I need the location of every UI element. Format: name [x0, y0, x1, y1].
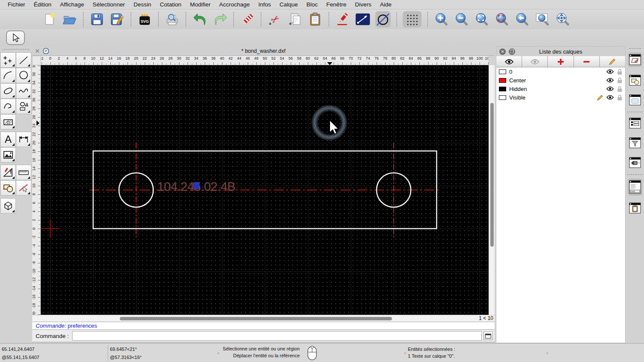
cut-button[interactable]: ✂+	[267, 11, 283, 27]
dimension-tool-button[interactable]	[16, 132, 31, 147]
layer-lock-icon[interactable]	[617, 94, 623, 101]
text-tool-button[interactable]: A	[0, 132, 16, 147]
layer-lock-icon[interactable]	[617, 77, 623, 84]
menu-item-edition[interactable]: Édition	[30, 1, 56, 8]
circle-tool-button[interactable]	[375, 11, 391, 27]
print-preview-button[interactable]	[164, 11, 180, 27]
layer-row-visible[interactable]: Visible	[496, 93, 625, 102]
zoom-auto-button[interactable]	[474, 11, 489, 27]
menu-item-divers[interactable]: Divers	[351, 1, 376, 8]
arc-tool-button[interactable]	[0, 68, 16, 83]
layer-visible-icon[interactable]	[606, 78, 614, 83]
grid-toggle-button[interactable]	[403, 11, 422, 27]
dock-library-browser-button[interactable]	[628, 93, 642, 107]
layer-panel-float-icon[interactable]: ❐	[509, 48, 515, 55]
points-tool-button[interactable]	[0, 52, 16, 68]
menu-item-modifier[interactable]: Modifier	[185, 1, 215, 8]
layer-panel-close-icon[interactable]: ✕	[499, 48, 506, 55]
export-svg-button[interactable]: SVG	[137, 11, 152, 27]
layer-color-swatch[interactable]	[499, 78, 506, 83]
layer-color-swatch[interactable]	[499, 87, 506, 91]
save-button[interactable]	[89, 11, 105, 27]
pan-button[interactable]	[555, 11, 570, 27]
menu-item-calque[interactable]: Calque	[275, 1, 302, 8]
drawing-canvas[interactable]: 104.245.02.4B	[41, 65, 489, 315]
undo-button[interactable]	[192, 11, 207, 27]
shapes-tool-button[interactable]	[16, 99, 31, 114]
vertical-scrollbar[interactable]	[489, 65, 495, 315]
remove-layer-button[interactable]	[574, 56, 600, 67]
menu-item-cotation[interactable]: Cotation	[155, 1, 185, 8]
line-tool-palette-button[interactable]	[16, 52, 31, 68]
horizontal-scrollbar-thumb[interactable]	[120, 317, 392, 320]
hide-all-layers-button[interactable]	[522, 56, 548, 67]
open-file-button[interactable]	[62, 11, 77, 27]
dock-lights-button[interactable]	[628, 155, 642, 170]
zoom-in-button[interactable]	[434, 11, 449, 27]
polyline-tool-button[interactable]	[0, 99, 16, 114]
ellipse-tool-button[interactable]	[0, 83, 16, 99]
zoom-out-button[interactable]	[454, 11, 469, 27]
delete-button[interactable]	[240, 11, 255, 27]
save-as-button[interactable]	[109, 11, 125, 27]
zoom-frame-button[interactable]	[535, 11, 550, 27]
librecad-document-icon	[43, 48, 49, 54]
redo-button[interactable]	[212, 11, 228, 27]
paste-button[interactable]	[307, 11, 323, 27]
menu-item-fenetre[interactable]: Fenêtre	[322, 1, 351, 8]
vertical-scrollbar-thumb[interactable]	[490, 103, 494, 247]
menu-item-infos[interactable]: Infos	[254, 1, 275, 8]
menu-item-aide[interactable]: Aide	[376, 1, 396, 8]
document-close-icon[interactable]: ✕	[35, 48, 40, 54]
line-tool-button[interactable]	[355, 11, 371, 27]
dock-handle[interactable]	[3, 49, 29, 50]
dock-notes-button[interactable]	[628, 201, 642, 215]
menu-item-dessin[interactable]: Dessin	[129, 1, 155, 8]
menu-item-selectionner[interactable]: Sélectionner	[88, 1, 129, 8]
measure-tool-button[interactable]	[0, 165, 16, 180]
zoom-window-button[interactable]	[494, 11, 510, 27]
horizontal-scrollbar[interactable]	[32, 315, 477, 322]
selection-pointer-button[interactable]	[6, 30, 25, 45]
toolbar-separator	[396, 12, 397, 27]
menu-item-affichage[interactable]: Affichage	[56, 1, 88, 8]
menu-item-fichier[interactable]: Fichier	[3, 1, 30, 8]
new-file-button[interactable]	[42, 11, 57, 27]
dock-entity-list-button[interactable]	[628, 116, 642, 130]
menu-item-accrochage[interactable]: Accrochage	[215, 1, 254, 8]
layer-row-hidden[interactable]: Hidden	[496, 84, 625, 93]
layer-visible-icon[interactable]	[606, 95, 614, 100]
layer-visible-icon[interactable]	[606, 69, 614, 74]
dock-layer-list-button[interactable]	[628, 52, 642, 67]
show-all-layers-button[interactable]	[496, 56, 522, 67]
command-dock-button[interactable]	[483, 332, 493, 340]
modify-tool-button[interactable]	[0, 180, 16, 196]
image-tool-button[interactable]	[0, 147, 16, 163]
zoom-previous-button[interactable]	[514, 11, 530, 27]
edit-layer-button[interactable]	[600, 56, 625, 67]
draw-pencil-button[interactable]	[335, 11, 350, 27]
dock-block-list-button[interactable]	[628, 73, 642, 87]
hatch-tool-button[interactable]	[0, 114, 16, 130]
dock-handle[interactable]	[629, 48, 641, 49]
select-entity-tool-button[interactable]	[16, 180, 31, 196]
layer-lock-icon[interactable]	[617, 86, 623, 92]
layer-color-swatch[interactable]	[499, 69, 506, 74]
menu-item-bloc[interactable]: Bloc	[302, 1, 322, 8]
dock-command-widget-button[interactable]: cmd	[628, 178, 642, 196]
spline-tool-button[interactable]	[16, 83, 31, 99]
add-layer-button[interactable]	[548, 56, 574, 67]
layer-visible-icon[interactable]	[606, 86, 614, 91]
cube-3d-tool-button[interactable]	[0, 198, 16, 214]
dock-entity-filter-button[interactable]	[628, 136, 642, 150]
h-ruler-label: 62	[313, 56, 320, 60]
layer-row-0[interactable]: 0	[496, 67, 625, 76]
circle-tool-palette-button[interactable]	[16, 68, 31, 83]
command-input[interactable]	[72, 331, 482, 341]
layer-row-center[interactable]: Center	[496, 76, 625, 84]
layer-lock-icon[interactable]	[617, 69, 623, 75]
ruler-tool-button[interactable]	[16, 165, 31, 180]
layer-color-swatch[interactable]	[499, 95, 506, 100]
zoom-in-icon	[434, 12, 448, 26]
copy-button[interactable]: +	[287, 11, 303, 27]
